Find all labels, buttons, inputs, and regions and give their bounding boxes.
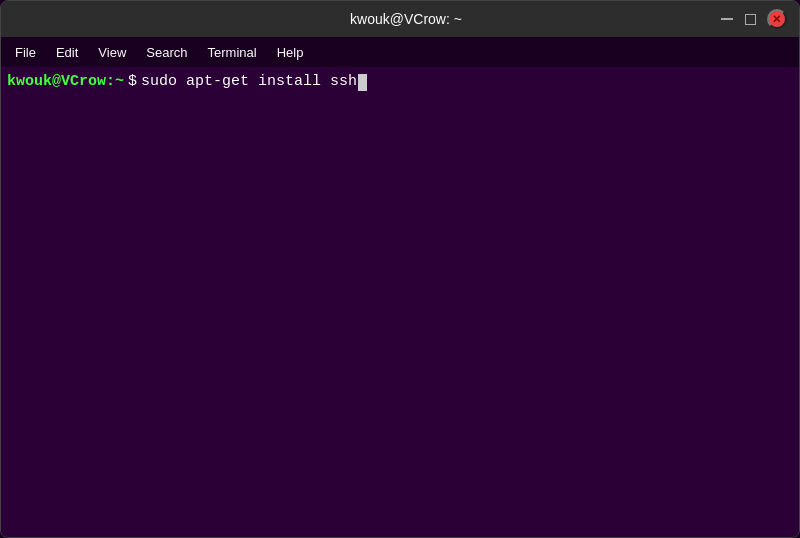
terminal-line: kwouk@VCrow: ~ $ sudo apt-get install ss… (7, 71, 793, 94)
prompt-dollar: $ (128, 71, 137, 94)
prompt-path: ~ (115, 71, 124, 94)
command-text: sudo apt-get install ssh (141, 71, 357, 94)
menu-edit[interactable]: Edit (48, 42, 86, 63)
window-title: kwouk@VCrow: ~ (350, 11, 462, 27)
menu-file[interactable]: File (7, 42, 44, 63)
prompt-user: kwouk@VCrow: (7, 71, 115, 94)
minimize-icon (721, 18, 733, 20)
terminal-window: kwouk@VCrow: ~ ✕ File Edit View Search T… (0, 0, 800, 538)
terminal-content[interactable]: kwouk@VCrow: ~ $ sudo apt-get install ss… (1, 67, 799, 537)
maximize-icon (745, 14, 756, 25)
menu-view[interactable]: View (90, 42, 134, 63)
menu-help[interactable]: Help (269, 42, 312, 63)
maximize-button[interactable] (743, 11, 759, 27)
title-bar: kwouk@VCrow: ~ ✕ (1, 1, 799, 37)
menu-terminal[interactable]: Terminal (200, 42, 265, 63)
close-icon: ✕ (772, 13, 781, 26)
minimize-button[interactable] (719, 11, 735, 27)
terminal-cursor (358, 74, 367, 91)
menu-search[interactable]: Search (138, 42, 195, 63)
menu-bar: File Edit View Search Terminal Help (1, 37, 799, 67)
close-button[interactable]: ✕ (767, 9, 787, 29)
window-controls: ✕ (719, 9, 787, 29)
